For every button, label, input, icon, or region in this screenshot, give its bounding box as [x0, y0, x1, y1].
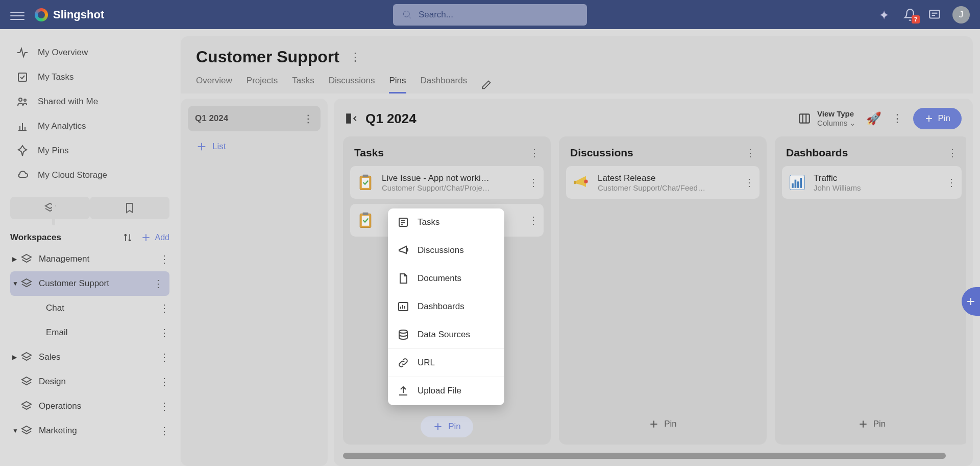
workspace-label: Design: [39, 377, 66, 387]
sidebar-item-my-cloud-storage[interactable]: My Cloud Storage: [0, 163, 180, 188]
workspaces-toggle[interactable]: [10, 197, 90, 219]
popup-item-tasks[interactable]: Tasks: [388, 208, 504, 237]
card-more-icon[interactable]: ⋮: [528, 214, 538, 226]
board-more-icon[interactable]: ⋮: [892, 113, 903, 124]
svg-point-37: [584, 180, 587, 183]
rocket-icon[interactable]: 🚀: [866, 111, 881, 126]
activity-icon: [16, 46, 29, 59]
pin-type-popup: Tasks Discussions Documents Dashboards D…: [388, 208, 504, 405]
column-more-icon[interactable]: ⋮: [745, 147, 755, 159]
card-more-icon[interactable]: ⋮: [528, 176, 538, 189]
global-search[interactable]: [393, 4, 587, 26]
sidebar-item-my-analytics[interactable]: My Analytics: [0, 114, 180, 138]
feedback-icon[interactable]: [928, 8, 941, 21]
more-icon[interactable]: ⋮: [159, 327, 169, 339]
popup-item-upload-file[interactable]: Upload File: [388, 377, 504, 405]
stack-icon: [20, 277, 33, 290]
collapse-panel-icon[interactable]: [345, 112, 358, 125]
add-list-button[interactable]: List: [188, 134, 321, 159]
bookmark-icon: [124, 202, 136, 214]
view-type-value: Columns ⌄: [817, 119, 856, 128]
column-pin-button[interactable]: Pin: [566, 411, 760, 437]
column-discussions: Discussions ⋮ Latest Release Customer Su…: [559, 136, 767, 445]
more-icon[interactable]: ⋮: [153, 277, 163, 290]
workspace-item-sales[interactable]: ▶ Sales ⋮: [0, 345, 180, 369]
user-avatar[interactable]: J: [952, 6, 970, 24]
column-pin-button[interactable]: Pin: [421, 416, 473, 437]
sidebar-item-shared-with-me[interactable]: Shared with Me: [0, 89, 180, 114]
column-pin-button[interactable]: Pin: [782, 411, 962, 437]
more-icon[interactable]: ⋮: [159, 253, 169, 265]
more-icon[interactable]: ⋮: [159, 302, 169, 314]
popup-item-documents[interactable]: Documents: [388, 265, 504, 293]
app-logo[interactable]: Slingshot: [35, 8, 104, 21]
workspace-subitem-chat[interactable]: Chat ⋮: [0, 296, 180, 320]
notifications-button[interactable]: 7: [903, 8, 917, 21]
tab-projects[interactable]: Projects: [247, 76, 278, 94]
page-title: Customer Support: [196, 48, 339, 66]
column-title: Dashboards: [786, 147, 848, 159]
column-more-icon[interactable]: ⋮: [529, 147, 540, 159]
svg-rect-31: [363, 175, 369, 177]
tab-overview[interactable]: Overview: [196, 76, 232, 94]
column-more-icon[interactable]: ⋮: [947, 147, 958, 159]
pin-card[interactable]: Live Issue - App not worki… Customer Sup…: [350, 166, 544, 199]
stack-icon: [20, 351, 33, 363]
workspace-label: Operations: [39, 401, 81, 411]
svg-line-1: [408, 16, 410, 18]
tab-tasks[interactable]: Tasks: [292, 76, 314, 94]
pin-card[interactable]: Latest Release Customer Support/Chat/Fee…: [566, 166, 760, 199]
pin-card[interactable]: Traffic John Williams ⋮: [782, 166, 962, 199]
workspace-label: Customer Support: [39, 278, 109, 289]
more-icon[interactable]: ⋮: [159, 425, 169, 437]
view-type-selector[interactable]: View Type Columns ⌄: [798, 109, 856, 128]
svg-rect-43: [795, 180, 797, 188]
sidebar-item-my-tasks[interactable]: My Tasks: [0, 65, 180, 89]
sidebar-item-my-overview[interactable]: My Overview: [0, 40, 180, 65]
plus-icon: [196, 141, 207, 152]
popup-label: Tasks: [418, 217, 439, 227]
tab-dashboards[interactable]: Dashboards: [421, 76, 468, 94]
tab-pins[interactable]: Pins: [389, 76, 406, 94]
more-icon[interactable]: ⋮: [159, 400, 169, 412]
popup-item-dashboards[interactable]: Dashboards: [388, 293, 504, 321]
workspace-item-design[interactable]: ▶ Design ⋮: [0, 369, 180, 394]
tab-discussions[interactable]: Discussions: [329, 76, 375, 94]
hamburger-menu[interactable]: [10, 9, 24, 20]
workspace-subitem-email[interactable]: Email ⋮: [0, 320, 180, 345]
sidebar-item-my-pins[interactable]: My Pins: [0, 138, 180, 163]
workspace-item-customer-support[interactable]: ▼ Customer Support ⋮: [10, 271, 169, 296]
popup-item-url[interactable]: URL: [388, 349, 504, 377]
search-input[interactable]: [419, 10, 578, 20]
svg-marker-20: [22, 426, 31, 431]
add-label: Add: [155, 233, 169, 242]
svg-rect-45: [800, 178, 802, 188]
workspace-item-marketing[interactable]: ▼ Marketing ⋮: [0, 418, 180, 443]
more-icon[interactable]: ⋮: [303, 112, 313, 125]
toggle-indicator: [52, 203, 55, 225]
section-chip[interactable]: Q1 2024 ⋮: [188, 106, 321, 131]
bookmarks-toggle[interactable]: [90, 197, 169, 219]
link-icon: [397, 357, 409, 369]
ai-sparkle-icon[interactable]: ✦: [879, 8, 892, 21]
workspace-item-management[interactable]: ▶ Management ⋮: [0, 247, 180, 271]
plus-icon: [649, 419, 659, 429]
page-more-icon[interactable]: ⋮: [350, 52, 361, 63]
card-more-icon[interactable]: ⋮: [946, 176, 957, 189]
dashboard-icon: [397, 300, 409, 313]
card-subtitle: Customer Support/Chat/Proje…: [382, 183, 522, 192]
more-icon[interactable]: ⋮: [159, 351, 169, 363]
sidebar-label: My Tasks: [38, 72, 74, 82]
pin-button[interactable]: Pin: [913, 108, 962, 129]
popup-item-discussions[interactable]: Discussions: [388, 237, 504, 265]
stack-icon: [20, 400, 33, 412]
add-workspace-button[interactable]: Add: [141, 232, 169, 243]
workspace-item-operations[interactable]: ▶ Operations ⋮: [0, 394, 180, 418]
column-title: Discussions: [570, 147, 633, 159]
popup-item-data-sources[interactable]: Data Sources: [388, 321, 504, 349]
horizontal-scrollbar[interactable]: [343, 453, 946, 459]
card-more-icon[interactable]: ⋮: [744, 176, 754, 189]
edit-tabs-icon[interactable]: [481, 80, 492, 90]
more-icon[interactable]: ⋮: [159, 376, 169, 388]
sort-icon[interactable]: [122, 232, 133, 243]
